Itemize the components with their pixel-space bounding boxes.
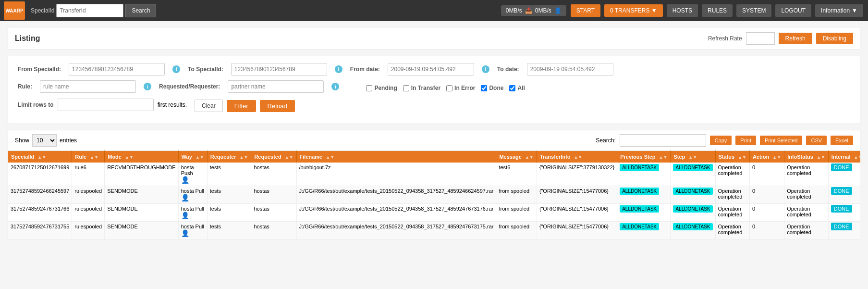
table-cell: rule6 [72,163,105,186]
information-chevron-icon: ▼ [852,7,857,14]
from-specialid-input[interactable] [69,63,165,75]
in-transfer-checkbox-label: In Transfer [403,85,440,91]
hosts-button[interactable]: HOSTS [667,4,698,17]
table-row[interactable]: 26708717125012671699rule6RECVMD5THROUGHM… [8,163,861,186]
table-body: 26708717125012671699rule6RECVMD5THROUGHM… [8,163,861,239]
table-cell: {"ORIGINALSIZE":15477006} [537,204,617,222]
print-selected-button[interactable]: Print Selected [760,136,802,145]
csv-button[interactable]: CSV [806,136,827,145]
col-filename[interactable]: Filename ▲▼ [296,151,496,163]
rule-info-icon[interactable]: i [144,83,151,90]
filter-panel: From SpecialId: i To SpecialId: i From d… [8,56,860,124]
disabling-button[interactable]: Disabling [816,33,853,44]
table-cell: J:/GG/R66/test/out/example/tests_2015052… [296,204,496,222]
table-cell: ALLDONETASK [671,163,715,186]
limit-input[interactable]: 100 [58,99,154,111]
col-step[interactable]: Step ▲▼ [671,151,715,163]
in-transfer-checkbox[interactable] [403,85,409,91]
table-cell: 26708717125012671699 [8,163,72,186]
table-cell: 31752748592476731755 [8,222,72,239]
table-cell: rulespooled [72,186,105,204]
system-button[interactable]: SYSTEM [736,4,771,17]
requester-info-icon[interactable]: i [331,83,339,90]
clear-button[interactable]: Clear [195,100,223,112]
from-date-info-icon[interactable]: i [482,65,489,73]
col-prev-step[interactable]: Previous Step ▲▼ [617,151,671,163]
col-action[interactable]: Action ▲▼ [750,151,784,163]
table-cell: ALLDONETASK [617,186,671,204]
search-button[interactable]: Search [125,4,156,17]
table-cell: hosta Pull👤 [178,186,207,204]
rule-input[interactable] [40,80,136,93]
copy-button[interactable]: Copy [710,136,732,145]
table-row[interactable]: 31752748592476731766rulespooledSENDMODEh… [8,204,861,222]
all-checkbox[interactable] [509,85,515,91]
stat1-value: 0MB/s [506,7,522,14]
table-cell: Operation completed [784,163,829,186]
col-mode[interactable]: Mode ▲▼ [105,151,178,163]
information-button[interactable]: Information ▼ [815,4,863,17]
table-cell: {"ORIGINALSIZE":15477006} [537,222,617,239]
all-checkbox-label: All [509,85,525,91]
table-row[interactable]: 31752748592476731755rulespooledSENDMODEh… [8,222,861,239]
table-cell: 31752748592476731766 [8,204,72,222]
to-specialid-input[interactable] [231,63,327,75]
requester-input[interactable] [228,80,324,93]
filter-button[interactable]: Filter [227,100,256,112]
table-cell: tests [207,186,251,204]
col-internal[interactable]: Internal ▲▼ [828,151,860,163]
listing-title: Listing [15,34,40,43]
to-specialid-info-icon[interactable]: i [335,65,342,73]
from-date-input[interactable] [388,63,474,75]
logo: WAARP [4,1,25,20]
transfers-button[interactable]: 0 TRANSFERS ▼ [604,4,663,17]
entries-select[interactable]: 10 25 50 100 [32,134,57,147]
refresh-rate-input[interactable]: 0 [746,32,775,45]
stat2-value: 0MB/s [535,7,551,14]
show-label: Show [15,137,29,144]
in-error-checkbox[interactable] [446,85,452,91]
col-way[interactable]: Way ▲▼ [178,151,207,163]
first-results-label: first results. [158,101,187,108]
filter-actions: Clear Filter Reload [195,100,295,112]
excel-button[interactable]: Excel [831,136,853,145]
col-message[interactable]: Message ▲▼ [496,151,537,163]
table-cell: {"ORIGINALSIZE":3779130322} [537,163,617,186]
col-specialid[interactable]: SpecialId ▲▼ [8,151,72,163]
table-cell: hostas [251,163,296,186]
show-entries: Show 10 25 50 100 entries [15,134,77,147]
start-button[interactable]: START [571,4,600,17]
rules-button[interactable]: RULES [702,4,733,17]
table-search-input[interactable] [620,134,706,147]
table-cell: hostas [251,204,296,222]
table-header: SpecialId ▲▼ Rule ▲▼ Mode ▲▼ Way ▲▼ Requ… [8,151,861,163]
col-rule[interactable]: Rule ▲▼ [72,151,105,163]
entries-label: entries [60,137,77,144]
table-controls: Show 10 25 50 100 entries Search: Copy P… [8,130,860,151]
col-requested[interactable]: Requested ▲▼ [251,151,296,163]
col-status[interactable]: Status ▲▼ [715,151,750,163]
logout-button[interactable]: LOGOUT [775,4,811,17]
done-checkbox[interactable] [481,85,487,91]
table-cell: hosta Pull👤 [178,204,207,222]
table-cell: from spooled [496,186,537,204]
pending-checkbox[interactable] [366,85,372,91]
sort-icon: ▲▼ [738,155,746,160]
table-row[interactable]: 31752748592466245597rulespooledSENDMODEh… [8,186,861,204]
reload-button[interactable]: Reload [260,100,295,112]
table-cell: ALLDONETASK [617,204,671,222]
col-requester[interactable]: Requester ▲▼ [207,151,251,163]
refresh-button[interactable]: Refresh [779,33,812,44]
to-specialid-label: To SpecialId: [188,66,223,73]
sort-icon: ▲▼ [659,155,668,160]
print-button[interactable]: Print [735,136,756,145]
table-cell: Operation completed [784,204,829,222]
specialid-input[interactable] [56,4,123,17]
to-date-input[interactable] [527,63,613,75]
from-specialid-info-icon[interactable]: i [172,65,180,73]
col-transferinfo[interactable]: TransferInfo ▲▼ [537,151,617,163]
limit-row: Limit rows to 100 first results. [18,99,187,111]
table-cell: ALLDONETASK [671,186,715,204]
col-infostatus[interactable]: InfoStatus ▲▼ [784,151,829,163]
table-cell: DONE [828,222,860,239]
